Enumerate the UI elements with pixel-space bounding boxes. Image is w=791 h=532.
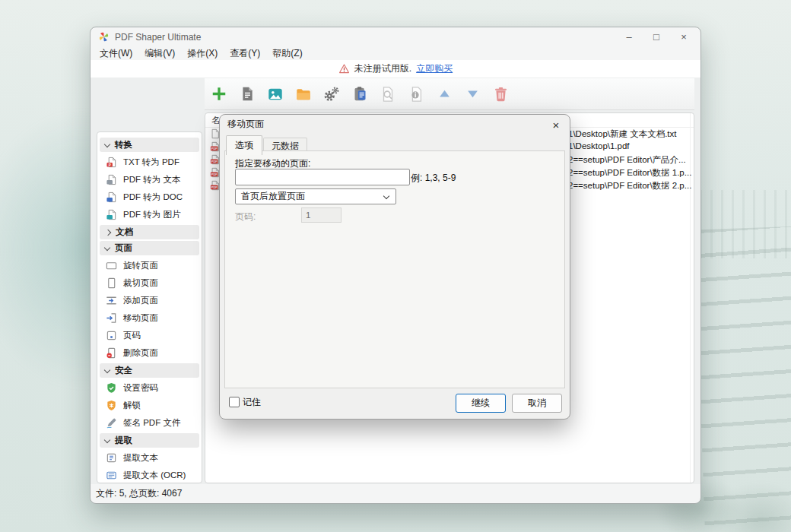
window-controls: – □ × <box>615 27 697 46</box>
delete-button[interactable] <box>492 84 509 104</box>
dialog-close-icon[interactable]: × <box>548 118 564 131</box>
paste-document-button[interactable] <box>351 84 368 104</box>
dialog-tab[interactable]: 选项 <box>226 135 262 155</box>
chevron-down-icon <box>383 192 389 198</box>
down-icon <box>465 87 480 101</box>
svg-text:PDF: PDF <box>211 173 218 176</box>
menu-operations[interactable]: 操作(X) <box>181 47 224 60</box>
sidebar: 转换PTXT 转为 PDFPDF 转为 文本PDF 转为 DOCPDF 转为 图… <box>97 131 202 483</box>
maximize-button[interactable]: □ <box>643 27 670 46</box>
sidebar-item-label: 解锁 <box>123 400 141 411</box>
sidebar-group-label: 转换 <box>115 139 132 150</box>
sidebar-item[interactable]: 设置密码 <box>97 379 202 397</box>
cancel-button[interactable]: 取消 <box>512 394 562 413</box>
sidebar-item-label: 添加页面 <box>123 295 158 306</box>
svg-text:PDF: PDF <box>211 186 218 189</box>
sidebar-item[interactable]: PDF 转为 文本 <box>97 171 202 188</box>
chevron-right-icon <box>105 229 111 235</box>
menu-edit[interactable]: 编辑(V) <box>138 47 181 60</box>
convert-image-button[interactable] <box>267 84 284 104</box>
preview-document-button <box>380 84 396 104</box>
sidebar-item-label: 移动页面 <box>123 312 158 324</box>
sidebar-item[interactable]: PTXT 转为 PDF <box>97 154 202 171</box>
sidebar-item-label: 提取文本 <box>123 452 158 464</box>
wallpaper-masts <box>700 190 791 258</box>
file-path: 2==setup\PDF Editor\数据 2.p... <box>568 180 691 192</box>
sidebar-item-label: PDF 转为 文本 <box>123 174 180 185</box>
sign-pen-icon <box>106 417 117 429</box>
chevron-down-icon <box>104 244 110 250</box>
menu-file[interactable]: 文件(W) <box>94 47 138 60</box>
add-files-button[interactable] <box>211 84 227 104</box>
sidebar-item[interactable]: 解锁 <box>97 397 202 414</box>
file-path: 2==setup\PDF Editor\数据 1.p... <box>568 167 691 179</box>
sidebar-item[interactable]: 提取文本 (OCR) <box>97 467 202 483</box>
position-dropdown-value: 首页后放置页面 <box>241 190 305 203</box>
new-document-button[interactable] <box>239 84 256 104</box>
page-number-label: 页码: <box>235 211 256 223</box>
process-settings-button[interactable] <box>323 84 340 104</box>
document-icon <box>240 86 256 102</box>
sidebar-group-header[interactable]: 转换 <box>100 138 199 152</box>
page-move-icon <box>106 312 117 324</box>
clipboard-icon <box>352 86 368 102</box>
sidebar-item-label: PDF 转为 图片 <box>123 209 180 220</box>
chevron-down-icon <box>104 436 110 442</box>
svg-text:PDF: PDF <box>211 160 218 163</box>
trash-icon <box>493 86 509 102</box>
move-pages-dialog: 移动页面 × 选项元数据 指定要移动的页面: 例: 1,3, 5-9 首页后放置… <box>219 114 570 420</box>
svg-text:P: P <box>109 163 111 167</box>
app-logo-icon <box>98 31 110 43</box>
sidebar-item[interactable]: 旋转页面 <box>97 257 202 274</box>
sidebar-item[interactable]: 提取文本 <box>97 449 202 467</box>
sidebar-group-header[interactable]: 文档 <box>100 225 199 239</box>
remember-checkbox[interactable] <box>229 397 240 407</box>
warning-icon <box>338 63 350 74</box>
position-dropdown[interactable]: 首页后放置页面 <box>235 188 396 204</box>
sidebar-item[interactable]: PDF 转为 图片 <box>97 206 202 223</box>
close-button[interactable]: × <box>670 27 697 46</box>
trial-notice-bar: 未注册试用版. 立即购买 <box>91 60 700 78</box>
svg-text:PDF: PDF <box>211 147 218 150</box>
status-bar: 文件: 5, 总页数: 4067 <box>91 484 700 503</box>
desktop: PDF Shaper Ultimate – □ × 文件(W)编辑(V)操作(X… <box>0 0 791 532</box>
doc-pdf-icon: P <box>106 157 117 168</box>
gears-icon <box>323 86 340 103</box>
page-rotate-icon <box>106 260 117 271</box>
sidebar-item[interactable]: 移动页面 <box>97 309 202 327</box>
sidebar-item-label: 裁切页面 <box>123 277 158 289</box>
move-down-button[interactable] <box>464 84 481 104</box>
continue-button[interactable]: 继续 <box>456 394 506 413</box>
sidebar-group-header[interactable]: 页面 <box>100 241 199 255</box>
sidebar-item[interactable]: 签名 PDF 文件 <box>97 414 202 432</box>
page-number-input: 1 <box>301 207 341 223</box>
chevron-down-icon <box>104 366 110 372</box>
sidebar-item[interactable]: 裁切页面 <box>97 274 202 292</box>
doc-word-icon <box>106 192 117 203</box>
sidebar-item[interactable]: 添加页面 <box>97 292 202 309</box>
sidebar-group-label: 文档 <box>116 226 133 238</box>
extract-ocr-icon <box>106 470 117 481</box>
page-delete-icon <box>106 347 117 359</box>
move-up-button[interactable] <box>436 84 453 104</box>
trial-notice-text: 未注册试用版. <box>354 62 411 75</box>
menu-view[interactable]: 查看(Y) <box>224 47 266 60</box>
file-path: 1\Desktop\新建 文本文档.txt <box>568 128 677 140</box>
sidebar-group-header[interactable]: 安全 <box>100 363 199 378</box>
dialog-tab-page <box>224 150 565 388</box>
sidebar-group-label: 提取 <box>115 435 132 446</box>
image-icon <box>267 86 284 103</box>
open-folder-button[interactable] <box>295 84 312 104</box>
sidebar-item[interactable]: PDF 转为 DOC <box>97 188 202 206</box>
sidebar-group-header[interactable]: 提取 <box>100 433 199 448</box>
sidebar-item[interactable]: 页码 <box>97 327 202 344</box>
remember-label: 记住 <box>243 396 261 409</box>
pages-to-move-input[interactable] <box>235 169 410 185</box>
minimize-button[interactable]: – <box>615 27 643 46</box>
purchase-link[interactable]: 立即购买 <box>416 62 453 75</box>
menu-help[interactable]: 帮助(Z) <box>266 47 308 60</box>
sidebar-item[interactable]: 删除页面 <box>97 344 202 362</box>
toolbar <box>205 78 694 110</box>
preview-icon <box>380 86 396 103</box>
shield-check-icon <box>106 382 117 394</box>
